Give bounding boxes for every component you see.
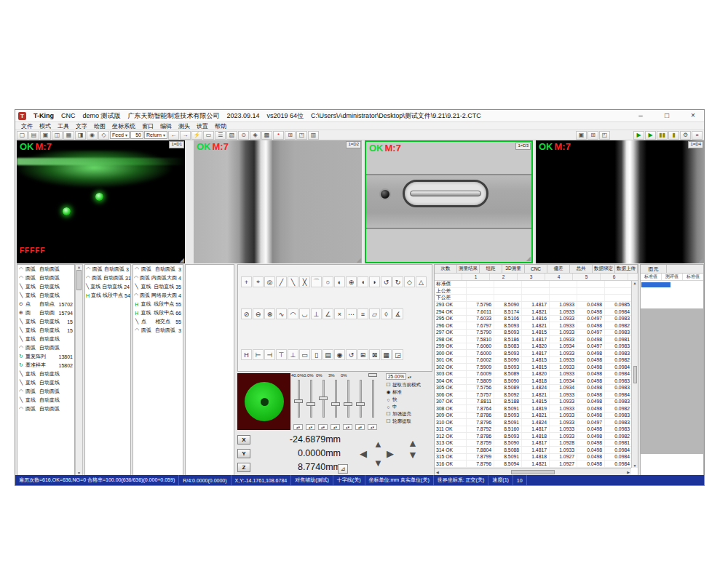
palette-tool-icon[interactable]: ∡ (392, 308, 403, 319)
palette-tool-icon[interactable]: ⌖ (253, 276, 264, 287)
light-slider[interactable]: 0.0% ▴▾ (306, 373, 316, 430)
slider-handle[interactable] (368, 373, 377, 377)
palette-tool-icon[interactable]: ╲ (288, 276, 298, 287)
menu-item[interactable]: 窗口 (139, 122, 157, 130)
list-item[interactable]: ◠ 圆弧 内圆弧大圆 4 (133, 274, 183, 282)
table-row[interactable]: 315 OK 7.8799 8.5091 1.4818 1.0927 0.049… (435, 454, 638, 461)
table-row[interactable]: 297 OK 7.5790 8.5093 1.4815 1.0933 0.049… (435, 330, 638, 337)
grid-view-icon[interactable]: ▦ (63, 131, 74, 140)
menu-item[interactable]: 设置 (194, 122, 211, 130)
palette-tool-icon[interactable]: ⊞ (357, 349, 368, 360)
option-row[interactable]: ☐ 轮廓提取 (386, 418, 432, 425)
snapshot-icon[interactable]: ◉ (87, 131, 98, 140)
table-horizontal-scrollbar[interactable]: ◀ ▶ (435, 468, 631, 475)
palette-tool-icon[interactable]: ↻ (392, 276, 403, 287)
minimize-button[interactable]: – (631, 111, 650, 121)
run-marker-icon[interactable]: * (273, 131, 284, 140)
report-icon[interactable]: ◫ (52, 131, 63, 140)
palette-tool-icon[interactable]: ⊖ (253, 308, 264, 319)
list-item[interactable]: ◠ 圆弧 自动圆弧 31 (85, 274, 130, 282)
palette-tool-icon[interactable]: ⊥ (311, 308, 322, 319)
palette-tool-icon[interactable]: ◐ (334, 276, 345, 287)
statusbar-segment[interactable]: 世界坐标系: 正交(关) (434, 475, 489, 485)
option-row[interactable]: ☐ 加强提亮 (386, 410, 432, 418)
palette-tool-icon[interactable]: ⊕ (346, 276, 357, 287)
stop-button-icon[interactable]: ▮ (668, 131, 679, 140)
slider-spinner[interactable]: ▴▾ (306, 424, 315, 430)
menu-item[interactable]: 绘图 (91, 122, 108, 130)
list-item[interactable]: ╲ 直线 自动直线 (17, 370, 74, 378)
table-tab[interactable]: CNC (525, 265, 547, 273)
selected-cell-highlight[interactable] (641, 282, 670, 287)
list-item[interactable]: ╲ 直线 自动直线 (17, 335, 74, 343)
table-row[interactable]: 302 OK 7.5909 8.5093 1.4815 1.0933 0.049… (435, 364, 638, 371)
palette-tool-icon[interactable]: H (241, 349, 252, 360)
slider-spinner[interactable]: ▴▾ (368, 424, 377, 430)
split-view-icon[interactable]: ◨ (75, 131, 86, 140)
list-item[interactable]: ╲ 直线 自动直线 35 (133, 282, 183, 291)
jog-right-icon[interactable]: ▶ (387, 449, 394, 458)
list-item[interactable]: ⊙ 点 自动点 15702 (17, 300, 74, 308)
list-item[interactable]: ◠ 圆弧 自动圆弧 (17, 265, 74, 274)
resize-grip-icon[interactable]: ◢ (357, 258, 361, 263)
list-item[interactable]: ◠ 圆弧 自动圆弧 3 (133, 326, 183, 335)
table-row[interactable]: 309 OK 7.8786 8.5093 1.4821 1.0933 0.049… (435, 412, 638, 420)
menu-item[interactable]: 测头 (175, 122, 193, 130)
table-tab[interactable]: 3D测量 (502, 265, 525, 273)
list-item[interactable]: ◠ 圆弧 自动圆弧 (17, 343, 74, 352)
slider-spinner[interactable]: ▴▾ (331, 424, 340, 430)
close-run-icon[interactable]: × (692, 131, 703, 140)
table-row[interactable]: 298 OK 7.5810 8.5186 1.4817 1.0933 0.049… (435, 336, 638, 343)
measure-icon[interactable]: ◇ (98, 131, 109, 140)
option-row[interactable]: ○ 快 (386, 396, 432, 403)
menu-item[interactable]: 帮助 (212, 122, 229, 130)
save-program-icon[interactable]: ▣ (576, 131, 587, 140)
feed-combo[interactable]: Feed▾ (110, 131, 130, 139)
statusbar-segment[interactable]: 速度(1) (488, 475, 513, 485)
checkbox-icon[interactable]: ☐ (386, 382, 391, 388)
camera-view-4[interactable]: OKM:7 1=D4 ◢ (536, 140, 704, 263)
list-icon[interactable]: ☰ (215, 131, 226, 140)
palette-tool-icon[interactable]: ▯ (311, 349, 322, 360)
option-row[interactable]: ☐ 提取当前模式 (386, 381, 432, 388)
palette-tool-icon[interactable]: ◡ (299, 308, 310, 319)
palette-tool-icon[interactable]: ⊤ (276, 349, 287, 360)
palette-tool-icon[interactable]: ◉ (334, 349, 345, 360)
jog-cross-control[interactable]: ◀ ▶ ▲ ▼ (360, 439, 397, 469)
table-row[interactable]: 310 OK 7.8796 8.5091 1.4824 1.0933 0.049… (435, 419, 638, 426)
list-item[interactable]: ◠ 圆弧 自动圆弧 3 (85, 265, 130, 274)
table-row[interactable]: 308 OK 7.8764 8.5091 1.4819 1.0933 0.049… (435, 405, 638, 412)
list-item[interactable]: ╲ 直线 自动直线 15 (17, 317, 74, 326)
light-slider[interactable]: 40.0% ▴▾ (293, 373, 304, 430)
table-row[interactable]: 296 OK 7.6797 8.5093 1.4821 1.0933 0.049… (435, 322, 638, 330)
palette-tool-icon[interactable]: ↺ (381, 276, 392, 287)
export-icon[interactable]: ▥ (308, 131, 319, 140)
slider-handle[interactable] (331, 402, 340, 406)
table-row[interactable]: 295 OK 7.6033 8.5106 1.4816 1.0933 0.049… (435, 316, 638, 323)
table-row[interactable]: 293 OK 7.5796 8.5090 1.4817 1.0933 0.049… (435, 302, 638, 309)
list-item[interactable]: H 直线 线段中点 54 (85, 291, 130, 300)
camera-view-1[interactable]: OKM:7 1=D1 FFFFF ◢ (17, 140, 185, 263)
jog-down-icon[interactable]: ▼ (373, 458, 383, 468)
palette-tool-icon[interactable]: ▤ (323, 349, 333, 360)
palette-tool-icon[interactable]: ⊥ (288, 349, 298, 360)
diamond-tool-icon[interactable]: ◈ (250, 131, 261, 140)
scroll-down-icon[interactable]: ▼ (633, 463, 637, 468)
table-row[interactable]: 标准值 (435, 281, 638, 288)
scroll-thumb[interactable] (511, 470, 555, 474)
jog-up-icon[interactable]: ▲ (373, 439, 383, 449)
palette-tool-icon[interactable]: ◊ (381, 308, 392, 319)
gain-value[interactable]: 25.00% (386, 373, 406, 380)
list-item[interactable]: ◠ 圆弧 自动圆弧 (17, 404, 74, 413)
table-row[interactable]: 294 OK 7.6011 8.5174 1.4821 1.0933 0.049… (435, 308, 638, 316)
slider-handle[interactable] (319, 396, 328, 400)
open-file-icon[interactable]: ▤ (28, 131, 39, 140)
light-slider[interactable]: 3% ▴▾ (331, 373, 341, 430)
palette-tool-icon[interactable]: ◎ (264, 276, 275, 287)
palette-tool-icon[interactable]: ∿ (276, 308, 287, 319)
table-row[interactable]: 314 OK 7.8804 8.5088 1.4817 1.0933 0.049… (435, 447, 638, 454)
light-slider[interactable]: ▴▾ (368, 373, 378, 430)
menu-item[interactable]: 文件 (18, 122, 36, 130)
slider-handle[interactable] (294, 399, 303, 403)
y-axis-icon[interactable]: Y (237, 449, 250, 458)
